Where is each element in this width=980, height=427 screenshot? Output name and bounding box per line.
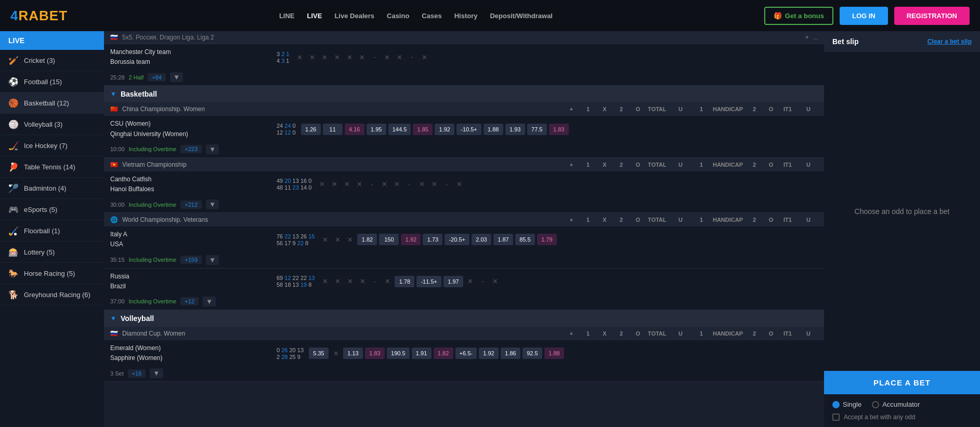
sidebar-item-badminton[interactable]: 🏸 Badminton (4) xyxy=(0,178,104,199)
csu-more[interactable]: +223 xyxy=(180,145,202,153)
sidebar-item-cricket[interactable]: 🏏 Cricket (3) xyxy=(0,50,104,71)
nav-casino[interactable]: Casino xyxy=(387,12,409,20)
betslip-body: Choose an odd to place a bet xyxy=(824,52,980,371)
cantho-chevron[interactable]: ▼ xyxy=(206,199,219,209)
csu-odd-7[interactable]: 1.92 xyxy=(435,124,454,135)
csu-odd-11[interactable]: 77.5 xyxy=(527,124,547,135)
lottery-icon: 🎰 xyxy=(8,247,19,257)
csu-odd-9[interactable]: 1.88 xyxy=(484,124,503,135)
italy-odd-7[interactable]: 1.87 xyxy=(493,234,513,245)
emerald-odd-4[interactable]: 190.5 xyxy=(387,348,410,359)
csu-odd-10[interactable]: 1.93 xyxy=(505,124,525,135)
emerald-odd-1[interactable]: 5.35 xyxy=(309,348,329,359)
italy-odd-4[interactable]: 1.73 xyxy=(423,234,442,245)
basketball-section-header[interactable]: ▼ Basketball xyxy=(104,86,824,102)
sidebar-item-esports[interactable]: 🎮 eSports (5) xyxy=(0,199,104,220)
russia-chevron[interactable]: ▼ xyxy=(203,297,216,306)
italy-more[interactable]: +159 xyxy=(180,256,202,264)
china-champ-row: 🇨🇳 China Championship. Women + 1 X 2 O T… xyxy=(104,102,824,116)
emerald-odd-6[interactable]: 1.82 xyxy=(434,348,453,359)
betslip-header: Bet slip Clear a bet slip xyxy=(824,31,980,52)
emerald-odd-10[interactable]: 92.5 xyxy=(522,348,542,359)
russia-odd-1[interactable]: 1.78 xyxy=(395,276,414,287)
csu-odd-8[interactable]: -10.5+ xyxy=(456,124,481,135)
emerald-odd-9[interactable]: 1.86 xyxy=(501,348,520,359)
italy-team2: USA xyxy=(110,239,277,249)
clear-betslip-link[interactable]: Clear a bet slip xyxy=(927,38,972,45)
nav-live-dealers[interactable]: Live Dealers xyxy=(334,12,374,20)
csu-odd-1[interactable]: 1.26 xyxy=(301,124,321,135)
top-faded-footer: 25:28 2 Half +84 ▼ xyxy=(104,70,824,85)
sidebar-item-icehockey[interactable]: 🏒 Ice Hockey (7) xyxy=(0,135,104,156)
badminton-icon: 🏸 xyxy=(8,183,19,193)
emerald-odd-7[interactable]: +6.5- xyxy=(455,348,477,359)
faded-plus[interactable]: + xyxy=(805,34,809,41)
nav-deposit[interactable]: Deposit/Withdrawal xyxy=(490,12,553,20)
vietnam-flag: 🇻🇳 xyxy=(110,161,118,168)
italy-time: 35:15 xyxy=(110,257,125,263)
sidebar-item-greyhound[interactable]: 🐕 Greyhound Racing (6) xyxy=(0,284,104,305)
cricket-icon: 🏏 xyxy=(8,55,19,65)
italy-odd-2[interactable]: 150 xyxy=(379,234,399,245)
register-button[interactable]: REGISTRATION xyxy=(894,7,970,25)
emerald-footer: 3 Set +16 ▼ xyxy=(104,366,824,381)
sidebar-item-floorball[interactable]: 🏑 Floorball (1) xyxy=(0,220,104,242)
single-radio-dot xyxy=(832,401,840,408)
italy-chevron[interactable]: ▼ xyxy=(206,255,219,265)
italy-odds: ✕ ✕ ✕ 1.82 150 1.92 1.73 -20.5+ 2.03 1.8… xyxy=(320,234,818,245)
sidebar-item-volleyball[interactable]: 🏐 Volleyball (3) xyxy=(0,114,104,135)
csu-odd-5[interactable]: 144.5 xyxy=(388,124,411,135)
accumulator-radio[interactable]: Accumulator xyxy=(872,401,920,408)
sidebar-item-basketball[interactable]: 🏀 Basketball (12) xyxy=(0,92,104,114)
accept-checkbox[interactable] xyxy=(832,413,840,421)
place-bet-button[interactable]: PLACE A BET xyxy=(824,371,980,394)
emerald-chevron[interactable]: ▼ xyxy=(150,368,163,378)
nav-cases[interactable]: Cases xyxy=(422,12,441,20)
sidebar-item-tabletennis[interactable]: 🏓 Table Tennis (14) xyxy=(0,156,104,178)
sidebar-item-horseracing[interactable]: 🐎 Horse Racing (5) xyxy=(0,263,104,284)
sidebar-item-lottery[interactable]: 🎰 Lottery (5) xyxy=(0,242,104,263)
emerald-odd-5[interactable]: 1.91 xyxy=(412,348,432,359)
esports-icon: 🎮 xyxy=(8,204,19,215)
top-faded-more[interactable]: +84 xyxy=(148,73,166,82)
nav-history[interactable]: History xyxy=(454,12,478,20)
volleyball-section-header[interactable]: ▼ Volleyball xyxy=(104,310,824,327)
italy-team1: Italy A xyxy=(110,230,277,239)
csu-odd-2[interactable]: 11 xyxy=(323,124,343,135)
csu-chevron[interactable]: ▼ xyxy=(206,144,219,154)
csu-odd-3[interactable]: 4.16 xyxy=(345,124,364,135)
sidebar-item-football[interactable]: ⚽ Football (15) xyxy=(0,71,104,92)
accept-label: Accept a bet with any odd xyxy=(844,413,915,421)
italy-odd-3[interactable]: 1.92 xyxy=(401,234,421,245)
nav-line[interactable]: LINE xyxy=(279,12,295,20)
emerald-odd-11[interactable]: 1.88 xyxy=(544,348,564,359)
bonus-button[interactable]: 🎁 Get a bonus xyxy=(764,7,833,25)
sidebar-label-greyhound: Greyhound Racing (6) xyxy=(24,291,90,299)
csu-odd-12[interactable]: 1.83 xyxy=(549,124,569,135)
cantho-odds: ✕ ✕ ✕ ✕ - ✕ ✕ - ✕ ✕ - ✕ xyxy=(317,180,818,188)
nav-live[interactable]: LIVE xyxy=(307,12,322,20)
emerald-odd-3[interactable]: 1.83 xyxy=(365,348,385,359)
login-button[interactable]: LOG IN xyxy=(840,7,888,25)
emerald-more[interactable]: +16 xyxy=(128,369,146,378)
emerald-odd-8[interactable]: 1.92 xyxy=(479,348,499,359)
russia-match: Russia Brazil 69 12 22 22 13 58 18 13 19… xyxy=(104,269,824,310)
top-faded-chevron[interactable]: ▼ xyxy=(170,72,183,82)
italy-odd-5[interactable]: -20.5+ xyxy=(445,234,469,245)
accept-any-odd-row: Accept a bet with any odd xyxy=(832,413,972,421)
sidebar-label-floorball: Floorball (1) xyxy=(24,227,60,235)
emerald-odd-2[interactable]: 1.13 xyxy=(343,348,363,359)
csu-odds: 1.26 11 4.16 1.95 144.5 1.85 1.92 -10.5+… xyxy=(301,124,818,135)
russia-odd-2[interactable]: -11.5+ xyxy=(416,276,441,287)
single-radio[interactable]: Single xyxy=(832,401,861,408)
italy-odd-1[interactable]: 1.82 xyxy=(357,234,377,245)
russia-more[interactable]: +12 xyxy=(180,297,199,305)
csu-odd-6[interactable]: 1.85 xyxy=(413,124,433,135)
betslip-footer: Single Accumulator Accept a bet with any… xyxy=(824,394,980,427)
russia-odd-3[interactable]: 1.97 xyxy=(443,276,463,287)
cantho-more[interactable]: +212 xyxy=(180,201,202,209)
italy-odd-8[interactable]: 85.5 xyxy=(515,234,535,245)
italy-odd-9[interactable]: 1.79 xyxy=(537,234,557,245)
csu-odd-4[interactable]: 1.95 xyxy=(367,124,386,135)
italy-odd-6[interactable]: 2.03 xyxy=(472,234,491,245)
